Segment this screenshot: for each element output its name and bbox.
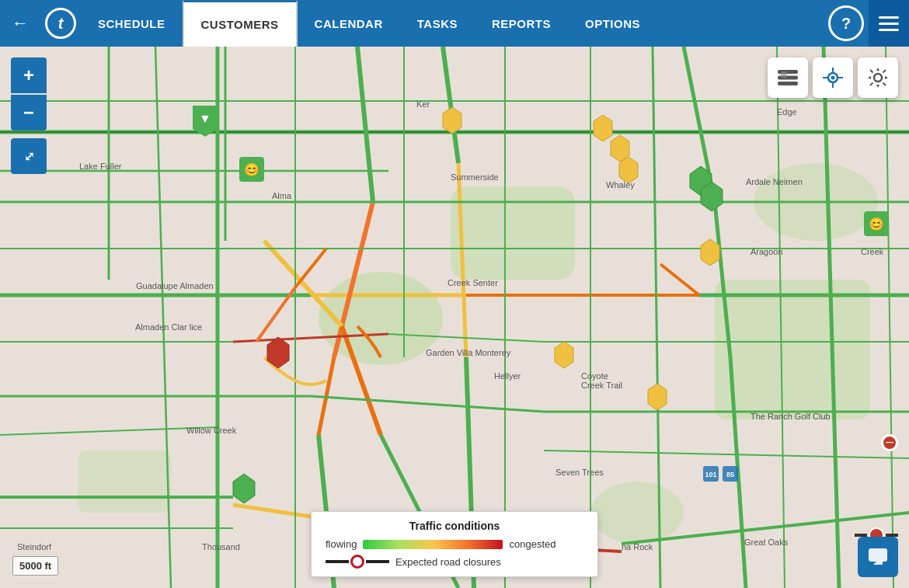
svg-text:85: 85 <box>726 471 734 478</box>
nav-tasks[interactable]: TASKS <box>400 0 475 47</box>
svg-rect-67 <box>781 71 787 78</box>
svg-rect-64 <box>778 70 798 74</box>
map-pin-green-3[interactable] <box>699 180 724 214</box>
map-pin-yellow-5[interactable] <box>699 238 721 269</box>
map-controls-right <box>768 57 898 98</box>
svg-rect-2 <box>451 186 575 280</box>
map-pin-green-4[interactable] <box>232 472 256 506</box>
map-pin-yellow-6[interactable] <box>553 340 575 371</box>
traffic-legend: Traffic conditions flowing congested Exp… <box>311 511 598 577</box>
expand-icon: ⤢ <box>24 149 34 164</box>
nav-options[interactable]: OPTIONS <box>568 0 657 47</box>
map-controls-left: + − ⤢ <box>11 57 47 174</box>
layers-icon <box>775 65 800 90</box>
hamburger-line-3 <box>879 29 899 31</box>
legend-title: Traffic conditions <box>326 520 583 532</box>
top-navigation: ← t SCHEDULE CUSTOMERS CALENDAR TASKS RE… <box>0 0 909 47</box>
road-line-right <box>366 560 389 563</box>
svg-text:101: 101 <box>705 471 716 478</box>
settings-button[interactable] <box>858 57 898 98</box>
svg-point-74 <box>874 74 882 82</box>
hamburger-line-2 <box>879 23 899 25</box>
map-pin-yellow-7[interactable] <box>646 382 668 413</box>
menu-button[interactable] <box>869 0 909 47</box>
road-closure-indicator: — <box>881 434 898 451</box>
scale-bar: 5000 ft <box>12 556 58 576</box>
scale-label: 5000 ft <box>19 560 51 572</box>
svg-point-73 <box>831 76 835 80</box>
svg-point-6 <box>590 482 684 544</box>
svg-rect-75 <box>869 548 887 562</box>
map-pin-red[interactable] <box>266 336 291 371</box>
zoom-out-button[interactable]: − <box>11 95 47 130</box>
chat-button[interactable] <box>858 537 898 577</box>
map-pin-yellow-1[interactable] <box>441 106 463 137</box>
legend-road-line <box>326 555 389 569</box>
nav-right: ? <box>828 0 909 47</box>
map-pin-green-1[interactable]: ▼ <box>193 106 218 137</box>
legend-gradient-row: flowing congested <box>326 538 583 550</box>
location-button[interactable] <box>813 57 853 98</box>
nav-customers[interactable]: CUSTOMERS <box>183 0 298 47</box>
help-button[interactable]: ? <box>828 5 864 41</box>
road-line-left <box>326 560 349 563</box>
chat-icon <box>867 546 889 568</box>
nav-calendar[interactable]: CALENDAR <box>298 0 400 47</box>
back-icon: ← <box>12 13 29 33</box>
legend-flowing-label: flowing <box>326 538 357 550</box>
legend-congested-label: congested <box>509 538 556 550</box>
nav-schedule[interactable]: SCHEDULE <box>81 0 183 47</box>
location-icon <box>821 66 845 89</box>
help-icon: ? <box>841 15 851 33</box>
legend-gradient-bar <box>363 540 503 549</box>
svg-rect-5 <box>78 451 171 513</box>
layers-button[interactable] <box>768 57 808 98</box>
expand-button[interactable]: ⤢ <box>11 138 47 174</box>
nav-reports[interactable]: REPORTS <box>475 0 568 47</box>
map-pin-green-emoji-2[interactable]: 😊 <box>864 211 889 236</box>
logo-letter: t <box>58 15 64 33</box>
back-button[interactable]: ← <box>0 0 40 47</box>
road-closure-dot <box>350 555 364 569</box>
map-pin-green-emoji-1[interactable]: 😊 <box>239 157 264 182</box>
map-pin-yellow-4[interactable] <box>618 155 639 186</box>
svg-rect-65 <box>778 76 798 80</box>
hamburger-line-1 <box>879 16 899 19</box>
zoom-in-button[interactable]: + <box>11 57 47 93</box>
svg-rect-3 <box>715 280 870 419</box>
logo-circle: t <box>45 8 76 39</box>
settings-icon <box>866 66 890 89</box>
legend-road-row: Expected road closures <box>326 555 583 569</box>
nav-items: SCHEDULE CUSTOMERS CALENDAR TASKS REPORT… <box>81 0 828 47</box>
logo[interactable]: t <box>40 0 81 47</box>
legend-road-label: Expected road closures <box>395 556 501 568</box>
svg-rect-66 <box>778 82 798 85</box>
map-container[interactable]: 101 85 Lake Fuller Alma Summerside Whale… <box>0 47 909 588</box>
